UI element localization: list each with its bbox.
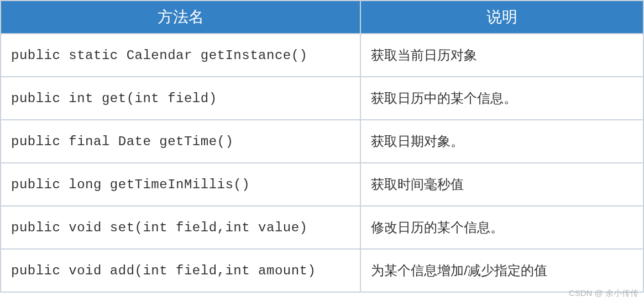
method-cell: public static Calendar getInstance() bbox=[1, 34, 360, 77]
method-cell: public final Date getTime() bbox=[1, 120, 360, 163]
table-row: public long getTimeInMillis() 获取时间毫秒值 bbox=[1, 163, 643, 206]
desc-cell: 获取时间毫秒值 bbox=[360, 163, 643, 206]
desc-cell: 获取当前日历对象 bbox=[360, 34, 643, 77]
header-row: 方法名 说明 bbox=[1, 1, 643, 34]
table-row: public void set(int field,int value) 修改日… bbox=[1, 206, 643, 249]
desc-cell: 修改日历的某个信息。 bbox=[360, 206, 643, 249]
header-desc: 说明 bbox=[360, 1, 643, 34]
table-row: public final Date getTime() 获取日期对象。 bbox=[1, 120, 643, 163]
desc-cell: 获取日历中的某个信息。 bbox=[360, 77, 643, 120]
watermark: CSDN @ 余小传传 bbox=[569, 288, 638, 299]
method-cell: public int get(int field) bbox=[1, 77, 360, 120]
table-header: 方法名 说明 bbox=[1, 1, 643, 34]
header-method: 方法名 bbox=[1, 1, 360, 34]
table-row: public int get(int field) 获取日历中的某个信息。 bbox=[1, 77, 643, 120]
method-cell: public long getTimeInMillis() bbox=[1, 163, 360, 206]
desc-cell: 为某个信息增加/减少指定的值 bbox=[360, 249, 643, 292]
table-body: public static Calendar getInstance() 获取当… bbox=[1, 34, 643, 292]
table-row: public static Calendar getInstance() 获取当… bbox=[1, 34, 643, 77]
api-table: 方法名 说明 public static Calendar getInstanc… bbox=[0, 0, 644, 293]
method-cell: public void add(int field,int amount) bbox=[1, 249, 360, 292]
desc-cell: 获取日期对象。 bbox=[360, 120, 643, 163]
table-row: public void add(int field,int amount) 为某… bbox=[1, 249, 643, 292]
api-table-wrapper: 方法名 说明 public static Calendar getInstanc… bbox=[0, 0, 644, 293]
method-cell: public void set(int field,int value) bbox=[1, 206, 360, 249]
